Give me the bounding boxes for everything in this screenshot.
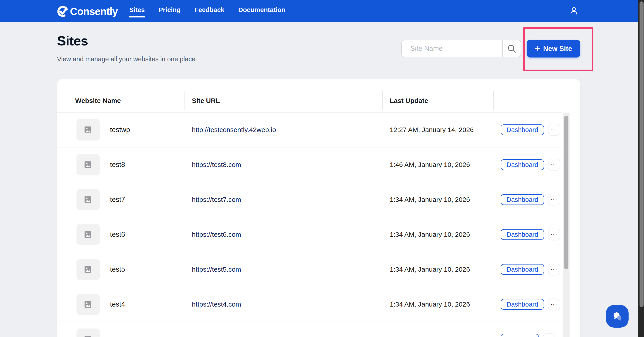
site-url-cell: https://test5.com bbox=[184, 266, 382, 273]
search-input[interactable] bbox=[402, 40, 502, 57]
dashboard-button[interactable] bbox=[501, 334, 539, 337]
consently-logo-icon bbox=[57, 6, 69, 17]
header-divider bbox=[382, 91, 383, 110]
website-name-cell: test5 bbox=[57, 259, 184, 280]
brand-name: Consently bbox=[70, 5, 118, 18]
site-url-link[interactable]: https://test7.com bbox=[192, 196, 241, 203]
site-url-cell: https://test6.com bbox=[184, 231, 382, 238]
site-thumbnail bbox=[76, 259, 100, 280]
row-actions-cell: Dashboard ... bbox=[493, 229, 562, 240]
image-placeholder-icon bbox=[84, 300, 93, 309]
image-placeholder-icon bbox=[84, 125, 93, 135]
brand-logo[interactable]: Consently bbox=[57, 5, 118, 18]
ellipsis-icon: ... bbox=[551, 160, 558, 166]
table-body: testwp http://testconsently.42web.io 12:… bbox=[57, 113, 562, 337]
last-update-cell: 1:34 AM, January 10, 2026 bbox=[382, 266, 493, 273]
row-actions-cell: Dashboard ... bbox=[493, 159, 562, 171]
site-url-link[interactable]: https://test6.com bbox=[192, 231, 241, 238]
website-name-cell: test8 bbox=[57, 154, 184, 175]
dashboard-button[interactable]: Dashboard bbox=[501, 229, 544, 240]
site-url-cell: https://test7.com bbox=[184, 196, 382, 203]
row-menu-button[interactable]: ... bbox=[548, 159, 560, 171]
plus-icon: + bbox=[535, 44, 540, 53]
site-name: test8 bbox=[110, 161, 125, 169]
chat-launcher-button[interactable] bbox=[606, 305, 628, 327]
table-header-row: Website Name Site URL Last Update bbox=[57, 79, 562, 113]
row-actions-cell: Dashboard ... bbox=[493, 194, 562, 205]
site-url-cell: https://test8.com bbox=[184, 161, 382, 169]
image-placeholder-icon bbox=[84, 334, 93, 337]
column-header-website-name: Website Name bbox=[57, 97, 184, 112]
table-row: ... bbox=[57, 322, 562, 337]
nav-item-documentation[interactable]: Documentation bbox=[238, 5, 285, 18]
website-name-cell: test4 bbox=[57, 293, 184, 315]
table-row: test4 https://test4.com 1:34 AM, January… bbox=[57, 287, 562, 322]
window-scrollbar-track[interactable] bbox=[638, 0, 644, 337]
ellipsis-icon: ... bbox=[546, 335, 552, 337]
new-site-button[interactable]: + New Site bbox=[526, 40, 580, 58]
last-update-cell: 12:27 AM, January 14, 2026 bbox=[382, 126, 493, 134]
website-name-cell: test7 bbox=[57, 189, 184, 210]
dashboard-button[interactable]: Dashboard bbox=[501, 264, 544, 275]
site-name: test6 bbox=[110, 230, 125, 238]
ellipsis-icon: ... bbox=[551, 230, 558, 236]
user-icon bbox=[569, 6, 578, 16]
website-name-cell bbox=[57, 328, 184, 337]
image-placeholder-icon bbox=[84, 160, 93, 169]
dashboard-button[interactable]: Dashboard bbox=[501, 124, 544, 135]
last-update-cell: 1:34 AM, January 10, 2026 bbox=[382, 231, 493, 238]
ellipsis-icon: ... bbox=[551, 265, 558, 271]
search-icon bbox=[507, 44, 516, 54]
site-thumbnail bbox=[76, 119, 100, 141]
site-thumbnail bbox=[76, 224, 100, 245]
image-placeholder-icon bbox=[84, 265, 93, 274]
chat-bubbles-icon bbox=[611, 310, 624, 323]
site-name: test7 bbox=[110, 196, 125, 204]
row-menu-button[interactable]: ... bbox=[548, 229, 560, 240]
row-menu-button[interactable]: ... bbox=[548, 194, 560, 205]
image-placeholder-icon bbox=[84, 230, 93, 239]
site-url-cell: http://testconsently.42web.io bbox=[184, 126, 382, 134]
user-account-button[interactable] bbox=[568, 6, 579, 17]
website-name-cell: testwp bbox=[57, 119, 184, 141]
site-url-link[interactable]: https://test4.com bbox=[192, 300, 241, 308]
site-url-link[interactable]: https://test8.com bbox=[192, 161, 241, 168]
site-name: test4 bbox=[110, 300, 125, 308]
nav-item-feedback[interactable]: Feedback bbox=[194, 5, 224, 18]
main-nav: Sites Pricing Feedback Documentation bbox=[129, 0, 286, 22]
ellipsis-icon: ... bbox=[551, 125, 558, 131]
column-header-actions bbox=[493, 105, 562, 112]
row-menu-button[interactable]: ... bbox=[543, 333, 555, 337]
header-divider bbox=[493, 91, 494, 110]
site-url-cell: https://test4.com bbox=[184, 300, 382, 308]
table-scrollbar-thumb[interactable] bbox=[564, 116, 568, 269]
row-actions-cell: Dashboard ... bbox=[493, 124, 562, 136]
dashboard-button[interactable]: Dashboard bbox=[501, 194, 544, 205]
row-actions-cell: Dashboard ... bbox=[493, 298, 562, 310]
column-header-last-update: Last Update bbox=[382, 97, 493, 112]
site-url-link[interactable]: http://testconsently.42web.io bbox=[192, 126, 276, 133]
ellipsis-icon: ... bbox=[551, 300, 558, 306]
row-menu-button[interactable]: ... bbox=[548, 298, 560, 310]
site-name: test5 bbox=[110, 265, 125, 273]
row-actions-cell: Dashboard ... bbox=[493, 264, 562, 275]
dashboard-button[interactable]: Dashboard bbox=[501, 159, 544, 170]
sites-table-card: Website Name Site URL Last Update testwp… bbox=[57, 79, 580, 337]
row-menu-button[interactable]: ... bbox=[548, 264, 560, 275]
table-row: test5 https://test5.com 1:34 AM, January… bbox=[57, 252, 562, 287]
site-thumbnail bbox=[76, 189, 100, 210]
nav-item-pricing[interactable]: Pricing bbox=[158, 5, 180, 18]
nav-item-sites[interactable]: Sites bbox=[129, 5, 145, 18]
row-actions-cell: ... bbox=[493, 333, 562, 337]
dashboard-button[interactable]: Dashboard bbox=[501, 299, 544, 310]
last-update-cell: 1:34 AM, January 10, 2026 bbox=[382, 300, 493, 308]
window-scrollbar-thumb[interactable] bbox=[640, 1, 644, 307]
site-thumbnail bbox=[76, 328, 100, 337]
table-scrollbar-track[interactable] bbox=[563, 113, 570, 337]
search-button[interactable] bbox=[502, 40, 520, 57]
ellipsis-icon: ... bbox=[551, 195, 558, 201]
top-navigation-bar: Consently Sites Pricing Feedback Documen… bbox=[0, 0, 644, 22]
site-name: testwp bbox=[110, 126, 130, 134]
site-url-link[interactable]: https://test5.com bbox=[192, 266, 241, 273]
row-menu-button[interactable]: ... bbox=[548, 124, 560, 136]
